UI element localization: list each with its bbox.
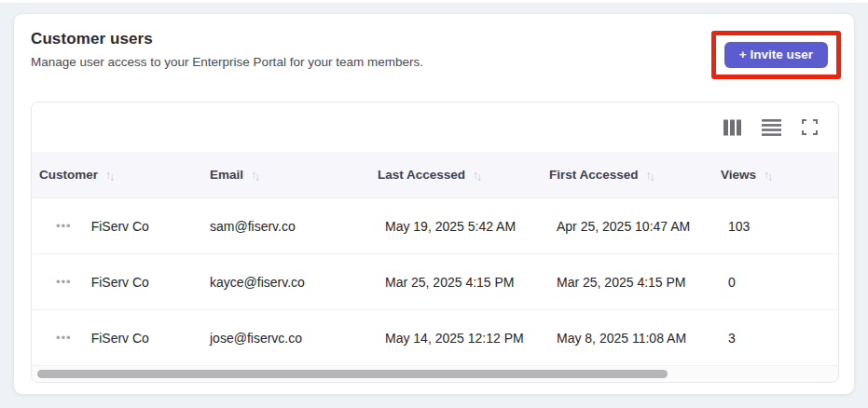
column-label: Customer — [39, 168, 98, 182]
title-block: Customer users Manage user access to you… — [31, 30, 423, 69]
email-cell: kayce@fiserv.co — [202, 275, 370, 290]
customer-name: FiServ Co — [91, 219, 149, 234]
table-header-row: Customer ↑↓ Email ↑↓ Last Accessed ↑↓ Fi… — [32, 152, 838, 198]
row-actions-ellipsis-icon[interactable]: ••• — [56, 276, 72, 288]
page-subtitle: Manage user access to your Enterprise Po… — [31, 55, 423, 69]
customer-name: FiServ Co — [91, 275, 149, 290]
last-accessed-cell: May 14, 2025 12:12 PM — [370, 331, 542, 346]
column-label: Views — [721, 168, 756, 182]
users-table-container: Customer ↑↓ Email ↑↓ Last Accessed ↑↓ Fi… — [31, 102, 839, 383]
columns-icon[interactable] — [723, 119, 741, 136]
views-cell: 0 — [713, 275, 838, 290]
customer-cell: ••• FiServ Co — [32, 331, 202, 346]
table-row: ••• FiServ Co jose@fiservc.co May 14, 20… — [32, 310, 838, 366]
column-label: Email — [210, 168, 243, 182]
customer-cell: ••• FiServ Co — [32, 219, 202, 234]
sort-icon[interactable]: ↑↓ — [473, 169, 480, 182]
sort-icon[interactable]: ↑↓ — [646, 169, 654, 182]
first-accessed-cell: Mar 25, 2025 4:15 PM — [542, 275, 713, 290]
table-toolbar — [32, 102, 838, 152]
row-actions-ellipsis-icon[interactable]: ••• — [56, 220, 72, 232]
views-cell: 3 — [713, 331, 838, 346]
horizontal-scrollbar-track[interactable] — [32, 366, 838, 382]
row-actions-ellipsis-icon[interactable]: ••• — [56, 332, 72, 344]
table-row: ••• FiServ Co sam@fiserv.co May 19, 2025… — [32, 198, 838, 254]
table-row: ••• FiServ Co kayce@fiserv.co Mar 25, 20… — [32, 254, 838, 310]
first-accessed-cell: May 8, 2025 11:08 AM — [542, 331, 713, 346]
column-header-first-accessed[interactable]: First Accessed ↑↓ — [542, 168, 713, 182]
column-header-last-accessed[interactable]: Last Accessed ↑↓ — [370, 168, 542, 182]
sort-icon[interactable]: ↑↓ — [105, 169, 113, 182]
invite-user-button[interactable]: + Invite user — [724, 42, 828, 68]
card-header: Customer users Manage user access to you… — [31, 30, 837, 79]
sort-icon[interactable]: ↑↓ — [764, 169, 771, 182]
column-header-email[interactable]: Email ↑↓ — [202, 168, 370, 182]
column-label: First Accessed — [549, 168, 639, 182]
column-label: Last Accessed — [378, 168, 465, 182]
column-header-customer[interactable]: Customer ↑↓ — [32, 168, 202, 182]
annotation-highlight-box: + Invite user — [711, 31, 841, 79]
last-accessed-cell: Mar 25, 2025 4:15 PM — [370, 275, 542, 290]
customer-users-card: Customer users Manage user access to you… — [13, 13, 855, 395]
row-density-icon[interactable] — [762, 119, 781, 136]
views-cell: 103 — [713, 219, 838, 234]
email-cell: jose@fiservc.co — [202, 331, 370, 346]
column-header-views[interactable]: Views ↑↓ — [713, 168, 838, 182]
top-divider — [0, 0, 868, 4]
first-accessed-cell: Apr 25, 2025 10:47 AM — [542, 219, 713, 234]
page-title: Customer users — [31, 30, 423, 48]
sort-icon[interactable]: ↑↓ — [251, 169, 258, 182]
email-cell: sam@fiserv.co — [202, 219, 370, 234]
horizontal-scrollbar-thumb[interactable] — [37, 370, 668, 378]
customer-cell: ••• FiServ Co — [32, 275, 202, 290]
last-accessed-cell: May 19, 2025 5:42 AM — [370, 219, 542, 234]
customer-name: FiServ Co — [91, 331, 149, 346]
fullscreen-icon[interactable] — [802, 119, 818, 135]
